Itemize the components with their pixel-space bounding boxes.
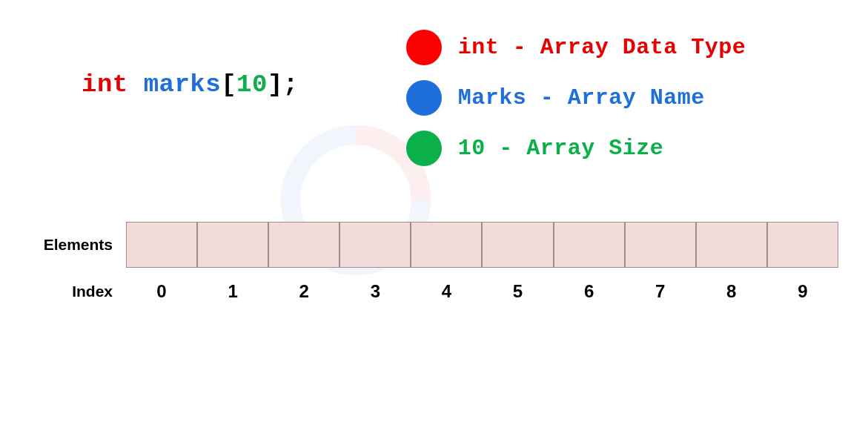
array-cell [411,222,482,268]
array-cell [197,222,268,268]
legend: int - Array Data Type Marks - Array Name… [406,30,746,166]
index-value: 5 [482,281,553,302]
dot-green-icon [406,131,442,166]
cells-container [126,222,838,268]
array-cell [339,222,411,268]
code-open-bracket: [ [221,70,236,99]
code-close-bracket: ] [268,70,283,99]
top-section: int marks[10]; int - Array Data Type Mar… [0,0,868,166]
legend-row-arraysize: 10 - Array Size [406,131,746,166]
legend-row-arrayname: Marks - Array Name [406,80,746,116]
index-value: 2 [268,281,339,302]
legend-arraysize-text: 10 - Array Size [458,136,664,161]
index-label: Index [30,283,126,300]
legend-row-datatype: int - Array Data Type [406,30,746,65]
index-value: 0 [126,281,197,302]
code-declaration: int marks[10]; [82,70,299,166]
array-cell [767,222,838,268]
array-cell [268,222,339,268]
index-value: 8 [696,281,767,302]
array-cell [554,222,625,268]
index-value: 4 [411,281,482,302]
array-section: Elements Index 0 1 2 3 4 5 6 7 8 9 [0,222,868,302]
elements-row: Elements [30,222,838,268]
code-array-name: marks [144,70,222,99]
dot-blue-icon [406,80,442,116]
index-value: 3 [339,281,411,302]
array-cell [482,222,553,268]
index-value: 1 [197,281,268,302]
code-array-size: 10 [236,70,268,99]
index-value: 6 [554,281,625,302]
code-keyword: int [82,70,128,99]
code-semicolon: ; [283,70,299,99]
index-value: 9 [767,281,838,302]
elements-label: Elements [30,236,126,254]
index-row: Index 0 1 2 3 4 5 6 7 8 9 [30,281,838,302]
index-container: 0 1 2 3 4 5 6 7 8 9 [126,281,838,302]
legend-arrayname-text: Marks - Array Name [458,85,705,111]
index-value: 7 [625,281,696,302]
array-cell [126,222,197,268]
dot-red-icon [406,30,442,65]
array-cell [625,222,696,268]
legend-datatype-text: int - Array Data Type [458,35,746,60]
array-cell [696,222,767,268]
